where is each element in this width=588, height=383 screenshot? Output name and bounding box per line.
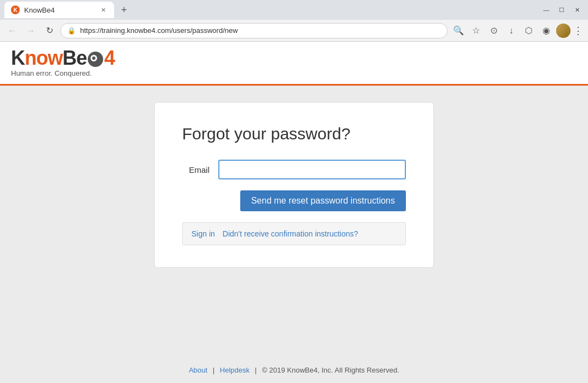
logo-be: B (63, 47, 76, 69)
more-menu-button[interactable]: ⋮ (573, 25, 584, 37)
download-icon[interactable]: ↓ (504, 23, 519, 38)
tab-title: KnowBe4 (24, 6, 94, 14)
logo-4: 4 (104, 47, 115, 69)
browser-toolbar: ← → ↻ 🔒 https://training.knowbe4.com/use… (0, 20, 588, 42)
logo-k: K (11, 47, 25, 69)
maximize-button[interactable]: ☐ (555, 3, 568, 16)
extension-icon[interactable]: ⬡ (521, 23, 536, 38)
links-row: Sign in Didn't receive confirmation inst… (182, 222, 406, 245)
main-content: Forgot your password? Email Send me rese… (0, 86, 588, 357)
history-icon[interactable]: ⊙ (486, 23, 501, 38)
lock-icon: 🔒 (67, 27, 76, 35)
minimize-button[interactable]: — (540, 3, 553, 16)
forgot-password-card: Forgot your password? Email Send me rese… (154, 102, 434, 268)
page-content: KnowBe4 Human error. Conquered. Forgot y… (0, 42, 588, 383)
tab-close-button[interactable]: ✕ (99, 5, 108, 14)
submit-row: Send me reset password instructions (182, 190, 406, 211)
close-button[interactable]: ✕ (570, 3, 584, 16)
browser-titlebar: K KnowBe4 ✕ + — ☐ ✕ (0, 0, 588, 20)
footer-sep-2: | (255, 366, 257, 374)
forward-button[interactable]: → (23, 23, 38, 38)
browser-tab[interactable]: K KnowBe4 ✕ (4, 2, 114, 18)
toolbar-right: 🔍 ☆ ⊙ ↓ ⬡ ◉ ⋮ (451, 23, 584, 38)
email-label: Email (182, 165, 210, 174)
confirmation-link[interactable]: Didn't receive confirmation instructions… (223, 229, 358, 238)
back-button[interactable]: ← (4, 23, 20, 38)
about-link[interactable]: About (189, 366, 207, 374)
refresh-button[interactable]: ↻ (42, 23, 57, 38)
sign-in-link[interactable]: Sign in (191, 229, 215, 238)
helpdesk-link[interactable]: Helpdesk (220, 366, 250, 374)
bookmark-icon[interactable]: ☆ (468, 23, 484, 38)
profile-avatar[interactable] (556, 24, 570, 38)
search-icon[interactable]: 🔍 (451, 23, 466, 38)
email-row: Email (182, 160, 406, 179)
site-header: KnowBe4 Human error. Conquered. (0, 42, 588, 86)
logo-tagline: Human error. Conquered. (11, 69, 115, 77)
logo-circle-icon (88, 52, 103, 67)
extension2-icon[interactable]: ◉ (539, 23, 554, 38)
address-bar[interactable]: 🔒 https://training.knowbe4.com/users/pas… (60, 23, 448, 38)
logo-now: now (25, 47, 63, 69)
copyright-text: © 2019 KnowBe4, Inc. All Rights Reserved… (262, 366, 399, 374)
favicon-letter: K (13, 7, 17, 13)
url-text: https://training.knowbe4.com/users/passw… (80, 26, 440, 35)
logo-container: KnowBe4 Human error. Conquered. (11, 48, 115, 77)
tab-favicon: K (11, 5, 20, 14)
logo-e: e (76, 47, 87, 69)
page-footer: About | Helpdesk | © 2019 KnowBe4, Inc. … (0, 357, 588, 383)
submit-button[interactable]: Send me reset password instructions (240, 190, 406, 211)
avatar-image (556, 24, 570, 38)
email-input[interactable] (218, 160, 406, 179)
card-title: Forgot your password? (182, 125, 406, 143)
new-tab-button[interactable]: + (116, 2, 132, 18)
logo-text: KnowBe4 (11, 48, 115, 68)
window-controls: — ☐ ✕ (540, 3, 584, 16)
footer-sep-1: | (213, 366, 214, 374)
